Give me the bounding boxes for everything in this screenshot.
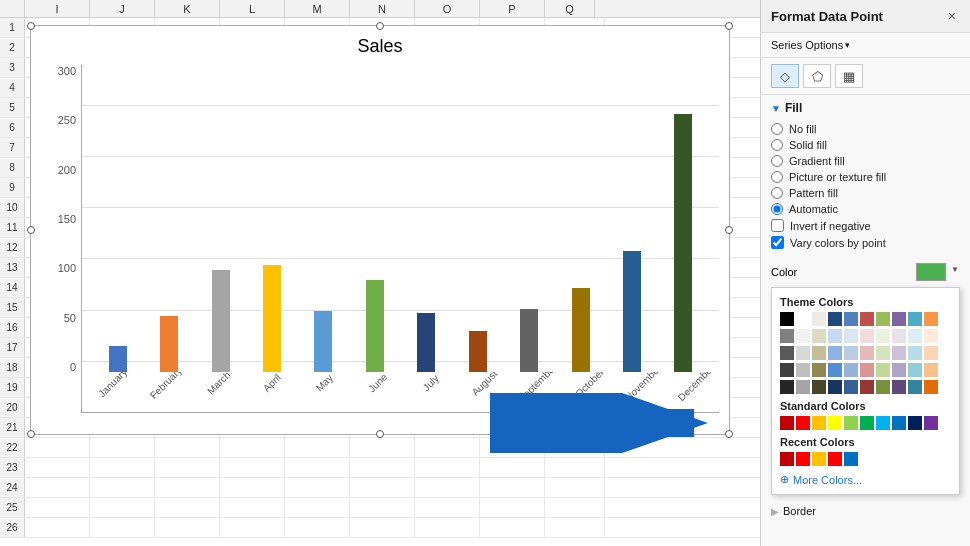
color-swatch[interactable]: [924, 329, 938, 343]
grid-cell[interactable]: [90, 478, 155, 497]
gradient-fill-radio[interactable]: [771, 155, 783, 167]
bar-group[interactable]: [555, 65, 606, 372]
grid-cell[interactable]: [90, 438, 155, 457]
bar-july[interactable]: [417, 313, 435, 372]
grid-cell[interactable]: [350, 498, 415, 517]
color-swatch[interactable]: [860, 312, 874, 326]
color-swatch[interactable]: [796, 363, 810, 377]
bar-may[interactable]: [314, 311, 332, 372]
series-options-bar[interactable]: Series Options ▾: [761, 33, 970, 58]
col-header-j[interactable]: J: [90, 0, 155, 17]
color-swatch[interactable]: [796, 346, 810, 360]
color-swatch[interactable]: [924, 346, 938, 360]
color-swatch[interactable]: [876, 380, 890, 394]
grid-cell[interactable]: [350, 518, 415, 537]
grid-cell[interactable]: [25, 478, 90, 497]
color-swatch[interactable]: [780, 380, 794, 394]
picture-fill-radio[interactable]: [771, 171, 783, 183]
bar-group[interactable]: [195, 65, 246, 372]
color-swatch[interactable]: [812, 329, 826, 343]
grid-cell[interactable]: [90, 518, 155, 537]
grid-cell[interactable]: [25, 518, 90, 537]
color-swatch[interactable]: [908, 346, 922, 360]
color-swatch[interactable]: [796, 380, 810, 394]
bar-group[interactable]: [606, 65, 657, 372]
color-swatch[interactable]: [892, 329, 906, 343]
grid-cell[interactable]: [220, 438, 285, 457]
color-swatch[interactable]: [876, 312, 890, 326]
grid-cell[interactable]: [480, 498, 545, 517]
color-swatch[interactable]: [828, 312, 842, 326]
grid-row[interactable]: 24: [0, 478, 760, 498]
grid-cell[interactable]: [25, 438, 90, 457]
col-header-l[interactable]: L: [220, 0, 285, 17]
color-swatch[interactable]: [844, 416, 858, 430]
color-swatch[interactable]: [828, 363, 842, 377]
no-fill-radio[interactable]: [771, 123, 783, 135]
grid-cell[interactable]: [415, 458, 480, 477]
automatic-radio[interactable]: [771, 203, 783, 215]
grid-cell[interactable]: [415, 498, 480, 517]
border-section[interactable]: ▶ Border: [761, 501, 970, 521]
no-fill-option[interactable]: No fill: [771, 121, 960, 137]
color-swatch[interactable]: [876, 346, 890, 360]
color-swatch[interactable]: [860, 363, 874, 377]
grid-cell[interactable]: [545, 518, 605, 537]
color-swatch[interactable]: [844, 452, 858, 466]
bar-group[interactable]: [452, 65, 503, 372]
grid-cell[interactable]: [220, 478, 285, 497]
color-swatch[interactable]: [828, 452, 842, 466]
color-swatch[interactable]: [908, 312, 922, 326]
color-swatch[interactable]: [828, 346, 842, 360]
grid-cell[interactable]: [220, 498, 285, 517]
grid-cell[interactable]: [155, 478, 220, 497]
grid-cell[interactable]: [155, 438, 220, 457]
col-header-k[interactable]: K: [155, 0, 220, 17]
color-swatch[interactable]: [844, 329, 858, 343]
color-swatch[interactable]: [844, 363, 858, 377]
bar-group[interactable]: [503, 65, 554, 372]
grid-cell[interactable]: [545, 478, 605, 497]
color-swatch[interactable]: [924, 416, 938, 430]
color-swatch[interactable]: [844, 380, 858, 394]
color-swatch[interactable]: [892, 416, 906, 430]
invert-negative-option[interactable]: Invert if negative: [771, 217, 960, 234]
col-header-q[interactable]: Q: [545, 0, 595, 17]
bar-group[interactable]: [92, 65, 143, 372]
grid-cell[interactable]: [285, 518, 350, 537]
color-swatch[interactable]: [780, 346, 794, 360]
col-header-n[interactable]: N: [350, 0, 415, 17]
color-swatch[interactable]: [796, 416, 810, 430]
handle-ml[interactable]: [27, 226, 35, 234]
bar-group[interactable]: [143, 65, 194, 372]
color-swatch[interactable]: [812, 380, 826, 394]
color-swatch[interactable]: [844, 312, 858, 326]
color-swatch[interactable]: [908, 380, 922, 394]
col-header-i[interactable]: I: [25, 0, 90, 17]
color-picker-button[interactable]: [916, 263, 946, 281]
color-swatch[interactable]: [828, 416, 842, 430]
grid-cell[interactable]: [90, 498, 155, 517]
grid-cell[interactable]: [25, 498, 90, 517]
color-swatch[interactable]: [780, 363, 794, 377]
fill-line-icon-button[interactable]: ◇: [771, 64, 799, 88]
color-swatch[interactable]: [796, 329, 810, 343]
color-swatch[interactable]: [892, 380, 906, 394]
handle-bm[interactable]: [376, 430, 384, 438]
grid-cell[interactable]: [480, 518, 545, 537]
bar-group[interactable]: [246, 65, 297, 372]
handle-br[interactable]: [725, 430, 733, 438]
bar-october[interactable]: [572, 288, 590, 372]
grid-cell[interactable]: [25, 458, 90, 477]
color-swatch[interactable]: [892, 363, 906, 377]
bar-april[interactable]: [263, 265, 281, 372]
grid-cell[interactable]: [480, 478, 545, 497]
bar-august[interactable]: [469, 331, 487, 372]
color-swatch[interactable]: [812, 363, 826, 377]
chart-container[interactable]: Sales 300 250 200 150 100 50 0 JanuaryFe: [30, 25, 730, 435]
bar-group[interactable]: [349, 65, 400, 372]
color-swatch[interactable]: [892, 312, 906, 326]
solid-fill-radio[interactable]: [771, 139, 783, 151]
grid-cell[interactable]: [155, 498, 220, 517]
color-swatch[interactable]: [860, 380, 874, 394]
